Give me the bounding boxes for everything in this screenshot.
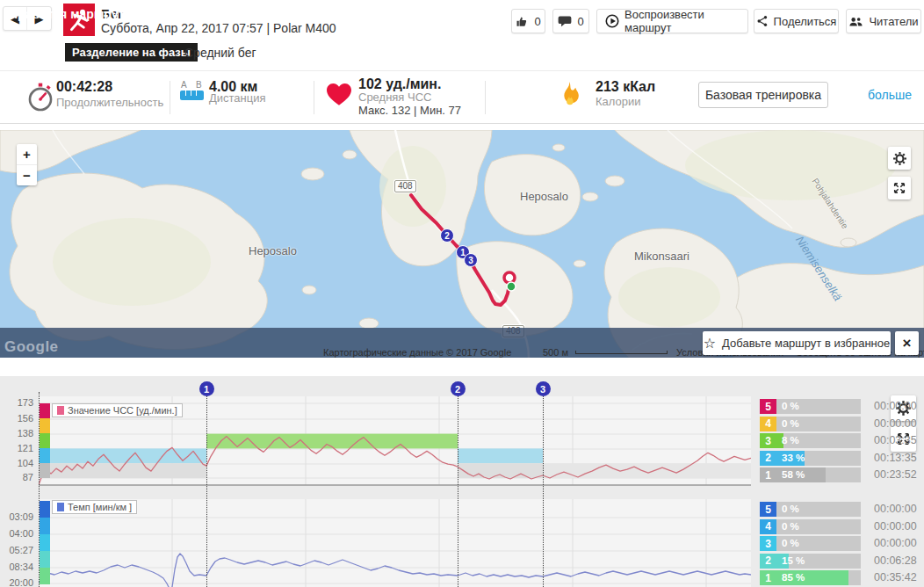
add-route-favorite-button[interactable]: ☆ Добавьте маршрут в избранное: [703, 331, 891, 355]
zone-row: 5 0 % 00:00:00: [760, 502, 917, 517]
route-lap-marker: 2: [440, 228, 454, 243]
share-icon: [756, 15, 769, 27]
zone-time: 00:23:52: [874, 467, 917, 482]
like-button[interactable]: 0: [511, 9, 545, 33]
zone-row: 5 0 % 00:00:00: [760, 399, 917, 414]
map-place-label: Heposalo: [249, 244, 297, 257]
more-link[interactable]: больше: [868, 88, 912, 102]
share-button[interactable]: Поделиться: [754, 9, 839, 33]
favorite-button-label: Добавьте маршрут в избранное: [722, 337, 890, 350]
hr-ytick: 104: [0, 458, 33, 468]
pace-ytick: 04:00: [0, 528, 33, 539]
banner-close-button[interactable]: ×: [895, 331, 919, 355]
share-label: Поделиться: [774, 15, 837, 28]
hr-ytick: 138: [0, 428, 33, 438]
map-place-label: Mikonsaari: [634, 250, 689, 263]
map-place-label: Pohjalahdentie: [810, 177, 849, 230]
gear-icon: [892, 151, 907, 166]
star-icon: ☆: [704, 335, 716, 351]
calories-value: 213 кКал: [596, 79, 655, 95]
duration-label: Продолжительность: [56, 96, 163, 109]
lap-marker-badge: 3: [536, 381, 551, 396]
map-scale-bar: [575, 351, 668, 354]
map-settings-button[interactable]: [888, 147, 911, 170]
polar-flow-exercise-page: ◀ ▶ Бег Суббота, Апр 22, 2017 07:57 | Po…: [0, 0, 924, 587]
pace-legend: Темп [мин/км ]: [52, 500, 137, 514]
zone-bar: 0 %: [776, 399, 861, 414]
lap-marker-line: [543, 392, 544, 587]
zone-number: 3: [760, 433, 776, 448]
zone-bar: 0 %: [776, 417, 861, 431]
zone-number: 1: [760, 467, 776, 482]
calories-label: Калории: [596, 95, 641, 108]
hr-ytick: 156: [0, 413, 33, 424]
zone-percent: 8 %: [782, 435, 799, 446]
map-scale-label: 500 м: [543, 347, 568, 358]
zone-time: 00:00:00: [874, 502, 917, 517]
avg-hr-label: Средняя ЧСС: [358, 91, 431, 104]
zone-bar: 0 %: [776, 502, 861, 517]
zone-row: 3 0 % 00:00:00: [760, 536, 917, 551]
banner-question: Нравится маршрут?: [9, 7, 132, 21]
readers-button[interactable]: Читатели: [846, 9, 921, 33]
zone-percent: 0 %: [782, 538, 799, 548]
flame-icon: [559, 81, 580, 108]
replay-route-button[interactable]: Воспроизвести маршрут: [596, 9, 748, 33]
zone-number: 2: [760, 554, 776, 569]
distance-ruler-icon: [180, 91, 204, 100]
chart-axis-line: [39, 392, 40, 587]
replay-route-label: Воспроизвести маршрут: [624, 8, 740, 34]
divider: [170, 81, 170, 114]
map-zoom-control: + −: [17, 144, 37, 185]
comment-button[interactable]: 0: [552, 9, 589, 33]
hr-ytick: 173: [0, 397, 33, 408]
readers-label: Читатели: [869, 15, 918, 28]
map-zoom-in-button[interactable]: +: [17, 144, 37, 165]
hr-ytick: 87: [0, 472, 33, 482]
zone-percent: 33 %: [782, 453, 805, 463]
zone-number: 4: [760, 519, 776, 534]
zone-number: 3: [760, 536, 776, 551]
zone-time: 00:00:00: [874, 399, 917, 414]
zone-percent: 0 %: [782, 504, 799, 514]
pace-ytick: 20:00: [0, 577, 33, 587]
pace-zone-chip: [40, 551, 50, 568]
pace-chart[interactable]: [39, 497, 751, 587]
map-attribution: Картографические данные © 2017 Google: [323, 347, 511, 358]
zone-number: 2: [760, 451, 776, 466]
phase-split-tab[interactable]: Разделение на фазы: [65, 43, 198, 62]
zone-percent: 15 %: [782, 555, 805, 566]
zone-row: 3 8 % 00:03:35: [760, 433, 917, 448]
zone-row: 2 33 % 00:13:35: [760, 451, 917, 466]
zone-percent: 0 %: [782, 418, 799, 429]
map-zoom-out-button[interactable]: −: [17, 165, 37, 185]
pace-zone-chip: [40, 518, 50, 534]
hr-legend-label: Значение ЧСС [уд./мин.]: [68, 405, 177, 416]
divider: [314, 81, 314, 114]
zone-bar: 0 %: [776, 536, 861, 551]
pace-ytick: 03:09: [0, 511, 33, 522]
comment-count: 0: [577, 15, 583, 28]
hr-legend: Значение ЧСС [уд./мин.]: [52, 403, 183, 417]
zone-percent: 58 %: [782, 469, 805, 480]
map-fullscreen-button[interactable]: [888, 177, 911, 199]
zone-row: 4 0 % 00:00:00: [760, 519, 917, 534]
road-number-badge: 408: [394, 180, 416, 192]
training-benefit-button[interactable]: Базовая тренировка: [698, 82, 828, 108]
zone-number: 1: [760, 570, 776, 585]
point-a-label: А: [181, 80, 187, 90]
pace-zone-chip: [40, 568, 50, 584]
route-map[interactable]: HeposaloHeposaloMikonsaariNiemisenselkäP…: [0, 130, 924, 358]
zone-number: 4: [760, 417, 776, 431]
lap-marker-line: [458, 392, 458, 587]
map-place-label: Heposalo: [520, 190, 568, 203]
zone-bar: 58 %: [776, 467, 861, 482]
point-b-label: В: [196, 80, 202, 90]
zone-bar: 85 %: [776, 570, 861, 585]
pace-ytick: 05:27: [0, 545, 33, 555]
zone-bar: 0 %: [776, 519, 861, 534]
lap-marker-badge: 2: [451, 381, 466, 396]
zone-time: 00:03:35: [874, 433, 917, 448]
zone-row: 1 58 % 00:23:52: [760, 467, 917, 482]
map-overlay-layer: HeposaloHeposaloMikonsaariNiemisenselkäP…: [0, 130, 924, 358]
